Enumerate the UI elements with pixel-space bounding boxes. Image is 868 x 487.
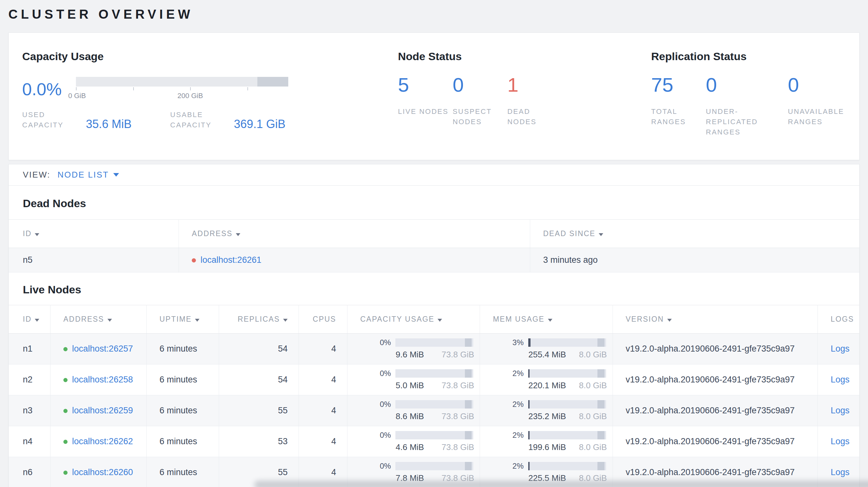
total-ranges-label: TOTAL RANGES [651,106,703,127]
chevron-down-icon [113,173,119,176]
sort-arrow-icon [236,233,240,236]
axis-tick [133,87,134,90]
usable-capacity-stat: USABLE CAPACITY 369.1 GiB [170,110,285,130]
under-replicated-count: 0 [706,75,788,95]
capacity-axis: 0 GiB 200 GiB [76,87,288,101]
capacity-usage-bar [395,369,473,378]
view-selector-dropdown[interactable]: NODE LIST [58,170,119,180]
node-status-title: Node Status [398,50,651,63]
table-row: n3 localhost:26259 6 minutes 55 4 0% 8.6… [9,395,859,426]
column-header-capacity-usage[interactable]: CAPACITY USAGE [347,305,480,333]
mem-usage-bar [528,400,606,409]
column-header-mem-usage[interactable]: MEM USAGE [480,305,613,333]
cell-node-address: localhost:26261 [179,248,530,272]
logs-link[interactable]: Logs [831,436,850,446]
node-address-link[interactable]: localhost:26262 [72,436,133,446]
column-header-uptime[interactable]: UPTIME [146,305,219,333]
cell-replicas: 55 [219,395,299,426]
capacity-usage-bar [395,400,473,409]
table-row: n2 localhost:26258 6 minutes 54 4 0% 5.0… [9,364,859,395]
capacity-usage-title: Capacity Usage [22,50,398,63]
cell-node-id: n3 [9,395,51,426]
cell-capacity-usage: 0% 5.0 MiB73.8 GiB [347,364,480,395]
sort-arrow-icon [667,319,672,322]
cell-replicas: 54 [219,333,299,364]
logs-link[interactable]: Logs [831,344,850,354]
cell-node-id: n6 [9,457,51,487]
sort-arrow-icon [195,319,199,322]
view-selected-value: NODE LIST [58,170,109,180]
replication-status-title: Replication Status [651,50,843,63]
cell-capacity-usage: 0% 9.6 MiB73.8 GiB [347,333,480,364]
unavailable-ranges-label: UNAVAILABLE RANGES [788,106,843,127]
column-header-address[interactable]: ADDRESS [51,305,147,333]
bottom-shadow [254,481,868,487]
suspect-nodes-count: 0 [453,75,507,95]
sort-arrow-icon [107,319,112,322]
usable-capacity-value: 369.1 GiB [234,118,285,130]
cell-version: v19.2.0-alpha.20190606-2491-gfe735c9a97 [613,426,817,457]
sort-arrow-icon [438,319,442,322]
cell-uptime: 6 minutes [146,333,219,364]
node-address-link[interactable]: localhost:26261 [200,255,261,265]
column-header-address[interactable]: ADDRESS [179,219,530,248]
table-header-row: ID ADDRESS DEAD SINCE [9,219,859,248]
view-label: VIEW: [23,170,51,180]
node-address-link[interactable]: localhost:26259 [72,405,133,415]
column-header-id[interactable]: ID [9,305,51,333]
column-header-dead-since[interactable]: DEAD SINCE [530,219,859,248]
healthy-dot-icon [63,347,68,351]
cell-logs: Logs [817,395,859,426]
mem-usage-bar [528,431,606,440]
capacity-usage-bar [395,431,473,440]
cell-cpus: 4 [299,364,347,395]
cell-node-address: localhost:26258 [51,364,147,395]
live-nodes-table: ID ADDRESS UPTIME REPLICAS CPUS CAPACITY… [9,305,859,487]
logs-link[interactable]: Logs [831,375,850,384]
dead-nodes-stat: 1 DEAD NODES [507,75,562,127]
cell-mem-usage: 3% 255.4 MiB8.0 GiB [480,333,613,364]
sort-arrow-icon [35,233,39,236]
dead-dot-icon [192,258,196,262]
total-ranges-stat: 75 TOTAL RANGES [651,75,706,137]
unavailable-ranges-stat: 0 UNAVAILABLE RANGES [788,75,843,137]
view-bar: VIEW: NODE LIST [9,164,859,186]
cell-version: v19.2.0-alpha.20190606-2491-gfe735c9a97 [613,364,817,395]
column-header-cpus[interactable]: CPUS [299,305,347,333]
cell-capacity-usage: 0% 4.6 MiB73.8 GiB [347,426,480,457]
cluster-summary-card: Capacity Usage 0.0% 0 GiB 200 GiB USED [8,32,860,160]
live-nodes-count: 5 [398,75,453,95]
dead-nodes-label: DEAD NODES [507,106,559,127]
sort-arrow-icon [599,233,603,236]
sort-arrow-icon [35,319,39,322]
logs-link[interactable]: Logs [831,467,850,477]
live-nodes-label: LIVE NODES [398,106,450,117]
node-address-link[interactable]: localhost:26258 [72,375,133,384]
cell-node-id: n2 [9,364,51,395]
sort-arrow-icon [283,319,288,322]
live-nodes-heading: Live Nodes [9,272,859,305]
column-header-replicas[interactable]: REPLICAS [219,305,299,333]
healthy-dot-icon [63,440,68,444]
node-address-link[interactable]: localhost:26260 [72,467,133,477]
column-header-id[interactable]: ID [9,219,179,248]
column-header-version[interactable]: VERSION [613,305,817,333]
cell-uptime: 6 minutes [146,426,219,457]
cell-replicas: 53 [219,426,299,457]
suspect-nodes-stat: 0 SUSPECT NODES [453,75,507,127]
capacity-usage-section: Capacity Usage 0.0% 0 GiB 200 GiB USED [22,50,398,137]
live-nodes-stat: 5 LIVE NODES [398,75,453,127]
axis-label-0gib: 0 GiB [68,92,86,100]
column-header-logs: LOGS [817,305,859,333]
capacity-usage-bar [395,338,473,347]
cell-capacity-usage: 0% 8.6 MiB73.8 GiB [347,395,480,426]
table-header-row: ID ADDRESS UPTIME REPLICAS CPUS CAPACITY… [9,305,859,333]
cell-mem-usage: 2% 220.1 MiB8.0 GiB [480,364,613,395]
usable-capacity-label: USABLE CAPACITY [170,110,222,130]
axis-tick [247,87,248,90]
logs-link[interactable]: Logs [831,405,850,415]
healthy-dot-icon [63,409,68,413]
sort-arrow-icon [548,319,552,322]
node-address-link[interactable]: localhost:26257 [72,344,133,354]
under-replicated-ranges-stat: 0 UNDER-REPLICATED RANGES [706,75,788,137]
